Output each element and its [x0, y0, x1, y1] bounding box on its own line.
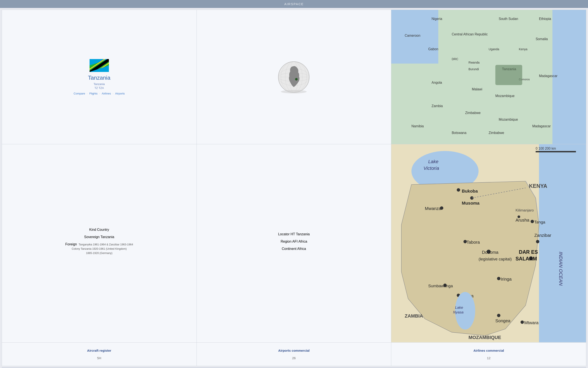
- svg-text:Kenya: Kenya: [519, 47, 527, 51]
- country-subtitle: Tanzania: [94, 83, 105, 86]
- sovereign-label: Sovereign: [84, 235, 100, 239]
- svg-text:Namibia: Namibia: [412, 124, 424, 128]
- kind-block: Kind Country: [89, 228, 109, 232]
- svg-rect-44: [539, 144, 586, 342]
- svg-text:Zambia: Zambia: [432, 104, 443, 108]
- sovereign-block: Sovereign Tanzania: [84, 235, 114, 239]
- svg-text:Lake: Lake: [455, 305, 463, 310]
- svg-text:Arusha: Arusha: [516, 218, 530, 222]
- svg-text:Zanzibar: Zanzibar: [534, 233, 551, 238]
- svg-text:0    100   200 km: 0 100 200 km: [536, 147, 556, 150]
- svg-text:Musoma: Musoma: [462, 201, 480, 206]
- foreign-block: Foreign Tanganyika 1961-1964 & Zanzibar …: [65, 242, 133, 255]
- aircraft-register-value: 5H: [97, 356, 101, 360]
- header-title: AIRSPACE: [284, 2, 304, 6]
- airports-commercial-value: 26: [292, 356, 296, 360]
- svg-text:Cameroon: Cameroon: [405, 34, 421, 37]
- country-codes: TZ TZA: [94, 86, 104, 90]
- svg-text:Gabon: Gabon: [428, 47, 438, 51]
- sovereign-value: Tanzania: [101, 235, 114, 239]
- svg-text:Mwanza: Mwanza: [425, 206, 441, 211]
- svg-text:Nyasa: Nyasa: [453, 310, 464, 314]
- details-cell: Kind Country Sovereign Tanzania Foreign …: [2, 144, 197, 342]
- row-3: Aircraft register 5H Airports commercial…: [2, 343, 586, 366]
- globe-icon: [277, 60, 311, 94]
- svg-text:Nigeria: Nigeria: [432, 17, 442, 21]
- svg-text:Zimbabwe: Zimbabwe: [489, 131, 504, 135]
- continent-label: Continent: [282, 247, 297, 250]
- world-map-cell: Nigeria South Sudan Ethiopia Cameroon Ce…: [391, 10, 586, 144]
- svg-text:(legislative capital): (legislative capital): [479, 257, 512, 261]
- svg-point-76: [521, 321, 524, 324]
- aircraft-register-cell: Aircraft register 5H: [2, 343, 197, 366]
- svg-text:MOZAMBIQUE: MOZAMBIQUE: [469, 335, 501, 340]
- flights-link[interactable]: Flights: [89, 92, 98, 95]
- region-label: Region: [281, 239, 292, 243]
- svg-text:Iringa: Iringa: [501, 277, 512, 281]
- continent-block: Continent Africa: [282, 247, 306, 251]
- svg-text:Uganda: Uganda: [489, 47, 499, 51]
- airports-link[interactable]: Airports: [115, 92, 125, 95]
- svg-point-8: [281, 90, 307, 93]
- compare-link[interactable]: Compare: [74, 92, 85, 95]
- svg-text:Songea: Songea: [496, 318, 511, 323]
- country-links: Compare · Flights · Airlines · Airports: [74, 92, 125, 95]
- row-1: Tanzania Tanzania TZ TZA Compare · Fligh…: [2, 10, 586, 144]
- svg-text:Lake: Lake: [428, 159, 438, 164]
- svg-text:South Sudan: South Sudan: [499, 17, 518, 21]
- svg-text:DAR ES: DAR ES: [519, 249, 538, 255]
- country-name: Tanzania: [88, 74, 110, 81]
- svg-rect-13: [391, 104, 472, 144]
- foreign-label: Foreign: [65, 242, 77, 246]
- airlines-commercial-cell: Airlines commercial 12: [391, 343, 586, 366]
- svg-text:Sumbawanga: Sumbawanga: [428, 284, 453, 288]
- continent-value: Africa: [297, 247, 306, 250]
- foreign-value: Tanganyika 1961-1964 & Zanzibar 1963-196…: [72, 243, 133, 255]
- svg-text:SALAAM: SALAAM: [516, 256, 537, 261]
- svg-text:Mtwara: Mtwara: [524, 320, 539, 325]
- main-grid: Tanzania Tanzania TZ TZA Compare · Fligh…: [2, 10, 586, 366]
- airports-commercial-label: Airports commercial: [278, 349, 310, 352]
- aircraft-register-label: Aircraft register: [87, 349, 111, 352]
- tanzania-map-cell: Lake Victoria INDIAN OCEAN Bukoba Musoma…: [391, 144, 586, 342]
- location-cell: Locator HT Tanzania Region AFI Africa Co…: [197, 144, 392, 342]
- svg-point-78: [497, 314, 501, 317]
- svg-text:Tabora: Tabora: [467, 240, 480, 245]
- svg-text:Malawi: Malawi: [472, 87, 483, 91]
- airports-commercial-cell: Airports commercial 26: [197, 343, 392, 366]
- region-block: Region AFI Africa: [281, 239, 307, 243]
- svg-text:Kilimanjaro: Kilimanjaro: [516, 208, 534, 212]
- locator-value: HT Tanzania: [291, 232, 310, 236]
- svg-point-60: [531, 220, 534, 223]
- locator-block: Locator HT Tanzania: [278, 232, 310, 236]
- row-2: Kind Country Sovereign Tanzania Foreign …: [2, 144, 586, 342]
- airlines-commercial-label: Airlines commercial: [473, 349, 504, 352]
- kind-value: Country: [97, 228, 109, 231]
- svg-rect-39: [496, 65, 522, 85]
- svg-text:Angola: Angola: [432, 81, 442, 84]
- svg-text:Tanga: Tanga: [534, 220, 545, 224]
- svg-text:Botswana: Botswana: [452, 131, 467, 135]
- svg-text:Bukoba: Bukoba: [462, 189, 478, 193]
- svg-text:INDIAN OCEAN: INDIAN OCEAN: [558, 252, 563, 286]
- country-info-cell: Tanzania Tanzania TZ TZA Compare · Fligh…: [2, 10, 197, 144]
- svg-rect-83: [536, 151, 576, 152]
- svg-text:Victoria: Victoria: [423, 166, 439, 171]
- airspace-header: AIRSPACE: [0, 0, 588, 8]
- svg-text:KENYA: KENYA: [529, 183, 547, 189]
- svg-text:ZAMBIA: ZAMBIA: [405, 313, 423, 319]
- svg-text:Madagascar: Madagascar: [532, 124, 551, 128]
- svg-text:Ethiopia: Ethiopia: [539, 17, 551, 21]
- region-value: AFI Africa: [292, 239, 307, 243]
- kind-label: Kind: [89, 228, 96, 231]
- svg-text:Somalia: Somalia: [536, 37, 548, 41]
- svg-text:Central African Republic: Central African Republic: [452, 32, 488, 36]
- svg-text:Dodoma: Dodoma: [482, 250, 498, 255]
- svg-text:Rwanda: Rwanda: [469, 61, 480, 64]
- airlines-link[interactable]: Airlines: [102, 92, 111, 95]
- tanzania-detail-map: Lake Victoria INDIAN OCEAN Bukoba Musoma…: [391, 144, 586, 342]
- svg-text:Burundi: Burundi: [469, 67, 479, 71]
- svg-text:Mozambique: Mozambique: [496, 94, 514, 98]
- locator-label: Locator: [278, 232, 289, 236]
- svg-point-46: [457, 188, 460, 192]
